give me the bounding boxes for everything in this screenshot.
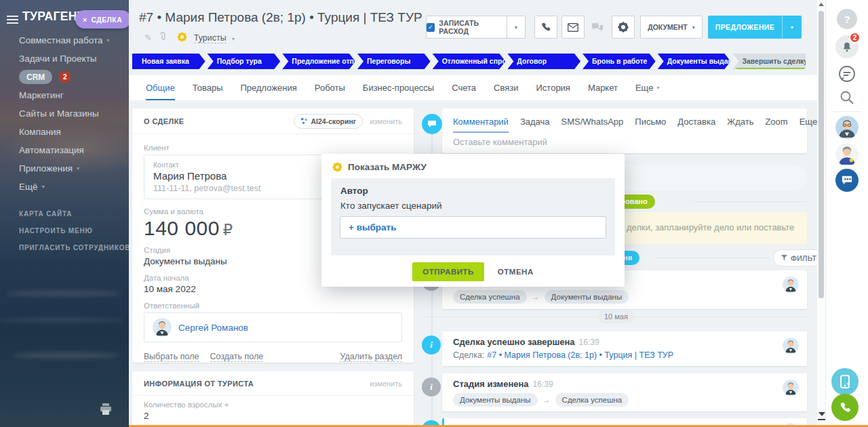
sidebar-item-more[interactable]: Ещё ▾ bbox=[19, 178, 110, 196]
amount-value[interactable]: 140 000 bbox=[144, 217, 220, 239]
responsible-label: Ответственный bbox=[144, 302, 402, 310]
record-expense-button[interactable]: ✓ ЗАПИСАТЬ РАСХОД ▾ bbox=[426, 16, 526, 39]
invite-employees-link[interactable]: ПРИГЛАСИТЬ СОТРУДНИКОВ bbox=[19, 244, 129, 251]
deal-pipeline: Новая заявка Подбор тура Предложение отп… bbox=[132, 54, 806, 69]
stage-close-deal[interactable]: Завершить сделку bbox=[732, 54, 806, 69]
sidebar-item-company[interactable]: Компания bbox=[19, 123, 110, 141]
stage-contract[interactable]: Договор bbox=[507, 54, 580, 69]
adults-value[interactable]: 2 bbox=[144, 411, 402, 421]
scope-selector[interactable]: Туристы bbox=[194, 33, 226, 43]
scrollbar-thumb[interactable] bbox=[818, 11, 824, 298]
scroll-down-icon[interactable] bbox=[818, 412, 825, 416]
responsible-name-link[interactable]: Сергей Романов bbox=[178, 323, 248, 333]
tab-history[interactable]: История bbox=[536, 75, 570, 100]
decor-wave bbox=[12, 352, 121, 359]
sitemap-link[interactable]: КАРТА САЙТА bbox=[19, 210, 129, 218]
card-footer-links: Выбрать поле Создать поле Удалить раздел bbox=[144, 352, 402, 362]
scrollbar-track[interactable] bbox=[817, 0, 826, 427]
delete-section-link[interactable]: Удалить раздел bbox=[340, 352, 402, 362]
call-button[interactable] bbox=[534, 16, 557, 39]
tab-delivery[interactable]: Доставка bbox=[677, 117, 715, 133]
configure-menu-link[interactable]: НАСТРОИТЬ МЕНЮ bbox=[19, 227, 129, 235]
stage-new[interactable]: Новая заявка bbox=[132, 54, 205, 69]
tab-robots[interactable]: Роботы bbox=[315, 75, 345, 100]
tab-comment[interactable]: Комментарий bbox=[453, 117, 509, 133]
timeline-entry-stage-changed[interactable]: Стадия изменена 16:39 Документы выданы →… bbox=[442, 373, 807, 411]
deal-prefix: Сделка: bbox=[453, 350, 484, 360]
entry-time: 16:39 bbox=[579, 338, 599, 347]
sidebar-item-apps[interactable]: Приложения ▾ bbox=[19, 159, 110, 178]
tab-more[interactable]: Еще ▾ bbox=[635, 75, 659, 100]
tab-bizproc[interactable]: Бизнес-процессы bbox=[363, 75, 434, 100]
timeline-entry-deal-completed[interactable]: Сделка успешно завершена 16:39 Сделка: #… bbox=[442, 331, 807, 366]
tab-letter[interactable]: Письмо bbox=[635, 117, 666, 133]
page-title: #7 • Мария Петрова (2в; 1р) • Турция | Т… bbox=[139, 10, 422, 24]
tab-sms-whatsapp[interactable]: SMS/WhatsApp bbox=[561, 117, 624, 133]
chevron-down-icon: ▾ bbox=[656, 85, 659, 91]
help-icon[interactable]: ? bbox=[837, 9, 857, 29]
arrow-right-icon: → bbox=[542, 395, 551, 405]
tab-offers[interactable]: Предложения bbox=[240, 75, 296, 100]
choose-link[interactable]: + выбрать bbox=[349, 222, 396, 232]
create-field-link[interactable]: Создать поле bbox=[210, 352, 264, 362]
record-expense-dropdown[interactable]: ▾ bbox=[507, 16, 525, 38]
choose-field-link[interactable]: Выбрать поле bbox=[144, 352, 199, 362]
sidebar-item-tasks[interactable]: Задачи и Проекты bbox=[19, 49, 110, 68]
stage-documents-issued[interactable]: Документы выданы bbox=[658, 54, 731, 69]
tab-market[interactable]: Маркет bbox=[588, 75, 618, 100]
tab-links[interactable]: Связи bbox=[494, 75, 518, 100]
hamburger-menu-icon[interactable] bbox=[7, 16, 18, 24]
sidebar-item-sites[interactable]: Сайты и Магазины bbox=[19, 104, 110, 123]
deal-slider-pill[interactable]: × СДЕЛКА bbox=[75, 10, 129, 28]
tab-invoices[interactable]: Счета bbox=[452, 75, 476, 100]
crm-pill[interactable]: CRM bbox=[19, 70, 52, 84]
gear-icon bbox=[618, 22, 629, 33]
sidebar-item-marketing[interactable]: Маркетинг bbox=[19, 86, 110, 104]
notifications-badge: 2 bbox=[849, 32, 861, 43]
tab-general[interactable]: Общие bbox=[146, 75, 175, 100]
user-avatar[interactable] bbox=[835, 143, 859, 166]
mobile-app-icon[interactable] bbox=[831, 368, 859, 395]
robot-sun-icon bbox=[332, 162, 342, 172]
tab-task[interactable]: Задача bbox=[520, 117, 550, 133]
chat-button[interactable] bbox=[586, 16, 609, 39]
edit-title-pencil-icon[interactable]: ✎ bbox=[144, 33, 152, 43]
close-icon[interactable]: × bbox=[83, 16, 87, 24]
tab-wait[interactable]: Ждать bbox=[727, 117, 753, 133]
stage-booking[interactable]: Бронь в работе bbox=[583, 54, 656, 69]
sidebar-item-crm[interactable]: CRM 2 bbox=[19, 68, 110, 86]
edit-section-link[interactable]: изменить bbox=[370, 380, 402, 388]
messenger-icon[interactable] bbox=[835, 169, 859, 192]
deal-link[interactable]: #7 • Мария Петрова (2в; 1р) • Турция | Т… bbox=[487, 350, 673, 360]
ai-scoring-badge[interactable]: AI24-скоринг bbox=[294, 114, 363, 129]
stage-postponed[interactable]: Отложенный спрос bbox=[433, 54, 506, 69]
tab-zoom[interactable]: Zoom bbox=[765, 117, 787, 133]
chat-lines-icon[interactable] bbox=[837, 64, 856, 86]
printer-icon[interactable] bbox=[99, 403, 113, 418]
scroll-up-icon[interactable] bbox=[818, 3, 824, 6]
responsible-box[interactable]: Сергей Романов bbox=[144, 312, 402, 342]
author-select-input[interactable]: + выбрать bbox=[340, 216, 606, 239]
stage-offer-sent[interactable]: Предложение отпр... bbox=[282, 54, 355, 69]
edit-section-link[interactable]: изменить bbox=[370, 117, 402, 125]
cancel-button[interactable]: ОТМЕНА bbox=[498, 268, 534, 276]
email-button[interactable] bbox=[561, 16, 585, 39]
submit-button[interactable]: ОТПРАВИТЬ bbox=[412, 262, 484, 281]
proposal-dropdown[interactable]: ▾ bbox=[783, 16, 802, 39]
avatar bbox=[783, 277, 799, 293]
paperclip-icon[interactable] bbox=[159, 32, 167, 41]
avatar bbox=[153, 318, 172, 337]
sidebar-item-automation[interactable]: Автоматизация bbox=[19, 141, 110, 159]
tab-products[interactable]: Товары bbox=[193, 75, 223, 100]
stage-negotiation[interactable]: Переговоры bbox=[357, 54, 431, 69]
stage-tour-selection[interactable]: Подбор тура bbox=[208, 54, 281, 69]
document-button[interactable]: ДОКУМЕНТ ▾ bbox=[640, 16, 703, 39]
settings-button[interactable] bbox=[612, 16, 635, 39]
user-avatar[interactable] bbox=[835, 116, 859, 139]
entry-title: Сделка успешно завершена bbox=[453, 337, 575, 347]
sidebar-item-collaboration[interactable]: Совместная работа ▾ bbox=[19, 31, 110, 49]
call-widget-icon[interactable] bbox=[831, 394, 859, 421]
comment-input[interactable]: Оставьте комментарий bbox=[442, 133, 807, 151]
search-icon[interactable] bbox=[840, 90, 854, 108]
proposal-button[interactable]: ПРЕДЛОЖЕНИЕ ▾ bbox=[708, 16, 802, 39]
